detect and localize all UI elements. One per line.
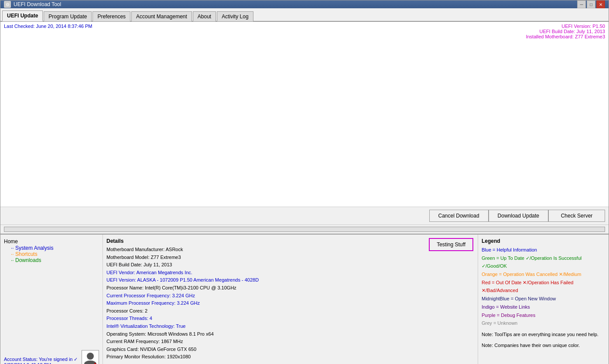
detail-row: Processor Cores: 2 bbox=[106, 307, 474, 315]
button-bar: Cancel Download Download Update Check Se… bbox=[0, 207, 609, 225]
account-status-text: You're signed in ✓ bbox=[39, 357, 78, 362]
avatar bbox=[82, 350, 99, 364]
check-server-button[interactable]: Check Server bbox=[548, 210, 605, 222]
content-area bbox=[0, 41, 609, 207]
avatar-icon bbox=[82, 351, 98, 364]
svg-point-0 bbox=[87, 353, 94, 360]
cancel-download-button[interactable]: Cancel Download bbox=[429, 210, 489, 222]
detail-row: UEFI Version: ALASKA - 1072009 P1.50 Ame… bbox=[106, 276, 474, 284]
detail-row: Graphics Card: NVIDIA GeForce GTX 650 bbox=[106, 346, 474, 354]
nav-downloads-label: Downloads bbox=[15, 257, 41, 263]
details-rows: Motherboard Manufacturer: ASRockMotherbo… bbox=[106, 246, 474, 361]
testing-stuff-button[interactable]: Testing Stuff bbox=[429, 238, 473, 251]
tab-account-management[interactable]: Account Management bbox=[131, 11, 192, 21]
nav-shortcuts-label: Shortcuts bbox=[15, 251, 38, 257]
legend-row: Purple = Debug Features bbox=[482, 311, 605, 320]
account-status-label: Account Status: bbox=[4, 357, 38, 362]
maximize-button[interactable]: □ bbox=[587, 0, 595, 8]
top-info: Last Checked: June 20, 2014 8:37:46 PM U… bbox=[0, 22, 609, 41]
legend-note: Note: ToolTips are on everything incase … bbox=[482, 331, 605, 339]
nav-system-analysis[interactable]: ·· System Analysis bbox=[4, 245, 99, 251]
installed-motherboard: Installed Motherboard: Z77 Extreme3 bbox=[526, 34, 605, 39]
window-title: UEFI Download Tool bbox=[14, 1, 61, 7]
legend-row: Grey = Unknown bbox=[482, 319, 605, 327]
nav-shortcuts[interactable]: ·· Shortcuts bbox=[4, 251, 99, 257]
detail-row: Current Processor Frequency: 3.224 GHz bbox=[106, 292, 474, 300]
legend-row: Orange = Operation Was Cancelled ✕/Mediu… bbox=[482, 270, 605, 279]
legend-items: Blue = Helpful InformationGreen = Up To … bbox=[482, 246, 605, 327]
legend-header: Legend bbox=[482, 238, 605, 244]
download-update-button[interactable]: Download Update bbox=[489, 210, 548, 222]
detail-row: Intel® Virtualization Technology: True bbox=[106, 323, 474, 330]
uefi-version: UEFI Version: P1.50 bbox=[526, 24, 605, 29]
tab-about[interactable]: About bbox=[193, 11, 216, 21]
detail-row: Current RAM Frequency: 1867 MHz bbox=[106, 338, 474, 346]
detail-row: Processor Threads: 4 bbox=[106, 315, 474, 323]
left-nav: Home ·· System Analysis ·· Shortcuts ·· … bbox=[0, 235, 103, 364]
version-info: UEFI Version: P1.50 UEFI Build Date: Jul… bbox=[526, 24, 605, 39]
uefi-build-date: UEFI Build Date: July 11, 2013 bbox=[526, 29, 605, 34]
title-bar-left: ⚙ UEFI Download Tool bbox=[4, 1, 61, 8]
title-bar-controls: ─ □ ✕ bbox=[577, 0, 605, 8]
tab-activity-log[interactable]: Activity Log bbox=[217, 11, 253, 21]
tab-uefi-update[interactable]: UEFI Update bbox=[2, 10, 43, 21]
app-icon: ⚙ bbox=[4, 1, 11, 8]
account-status-block: Account Status: You're signed in ✓ 6/20/… bbox=[4, 357, 78, 364]
details-panel: Details Motherboard Manufacturer: ASRock… bbox=[103, 235, 478, 364]
progress-bar bbox=[4, 227, 605, 232]
detail-row: Motherboard Model: Z77 Extreme3 bbox=[106, 254, 474, 262]
legend-row: Red = Out Of Date ✕/Operation Has Failed… bbox=[482, 279, 605, 295]
detail-row: Motherboard Manufacturer: ASRock bbox=[106, 246, 474, 254]
detail-row: Primary Monitor Resolution: 1920x1080 bbox=[106, 353, 474, 361]
tab-preferences[interactable]: Preferences bbox=[92, 11, 130, 21]
detail-row: Processor Name: Intel(R) Core(TM)i3-2100… bbox=[106, 284, 474, 292]
legend-note: Note: Companies have their own unique co… bbox=[482, 342, 605, 350]
nav-downloads[interactable]: ·· Downloads bbox=[4, 257, 99, 263]
details-header: Details bbox=[106, 238, 474, 244]
last-checked-value: June 20, 2014 8:37:46 PM bbox=[36, 24, 92, 29]
legend-row: Indigo = Website Links bbox=[482, 303, 605, 311]
close-button[interactable]: ✕ bbox=[596, 0, 605, 8]
tab-program-update[interactable]: Program Update bbox=[44, 11, 92, 21]
legend-row: Blue = Helpful Information bbox=[482, 246, 605, 254]
nav-downloads-bullet: ·· bbox=[11, 257, 15, 263]
detail-row: UEFI Build Date: July 11, 2013 bbox=[106, 261, 474, 269]
last-checked-label: Last Checked: bbox=[4, 24, 34, 29]
bottom-panel: Home ·· System Analysis ·· Shortcuts ·· … bbox=[0, 234, 609, 364]
title-bar: ⚙ UEFI Download Tool ─ □ ✕ bbox=[0, 0, 609, 8]
nav-shortcuts-bullet: ·· bbox=[11, 251, 15, 257]
progress-bar-area bbox=[0, 225, 609, 234]
nav-top: Home ·· System Analysis ·· Shortcuts ·· … bbox=[4, 238, 99, 263]
legend-row: Green = Up To Date ✓/Operation Is Succes… bbox=[482, 254, 605, 270]
account-timestamp: 6/20/2014 9:49:10 PM bbox=[4, 362, 78, 364]
tab-bar: UEFI Update Program Update Preferences A… bbox=[0, 8, 609, 22]
main-content: Last Checked: June 20, 2014 8:37:46 PM U… bbox=[0, 22, 609, 364]
nav-system-analysis-bullet: ·· bbox=[11, 245, 15, 251]
minimize-button[interactable]: ─ bbox=[577, 0, 586, 8]
detail-row: UEFI Vendor: American Megatrends Inc. bbox=[106, 269, 474, 277]
legend-notes: Note: ToolTips are on everything incase … bbox=[482, 331, 605, 350]
nav-home[interactable]: Home bbox=[4, 238, 99, 245]
legend-row: MidnightBlue = Open New Window bbox=[482, 295, 605, 303]
app-window: ⚙ UEFI Download Tool ─ □ ✕ UEFI Update P… bbox=[0, 0, 609, 364]
nav-system-analysis-label: System Analysis bbox=[15, 245, 53, 251]
legend-panel: Legend Blue = Helpful InformationGreen =… bbox=[478, 235, 609, 364]
nav-bottom-area: Account Status: You're signed in ✓ 6/20/… bbox=[4, 357, 99, 364]
detail-row: Operating System: Microsoft Windows 8.1 … bbox=[106, 330, 474, 338]
last-checked: Last Checked: June 20, 2014 8:37:46 PM bbox=[4, 24, 92, 39]
detail-row: Maximum Processor Frequency: 3.224 GHz bbox=[106, 299, 474, 307]
account-status-line1: Account Status: You're signed in ✓ bbox=[4, 357, 78, 362]
